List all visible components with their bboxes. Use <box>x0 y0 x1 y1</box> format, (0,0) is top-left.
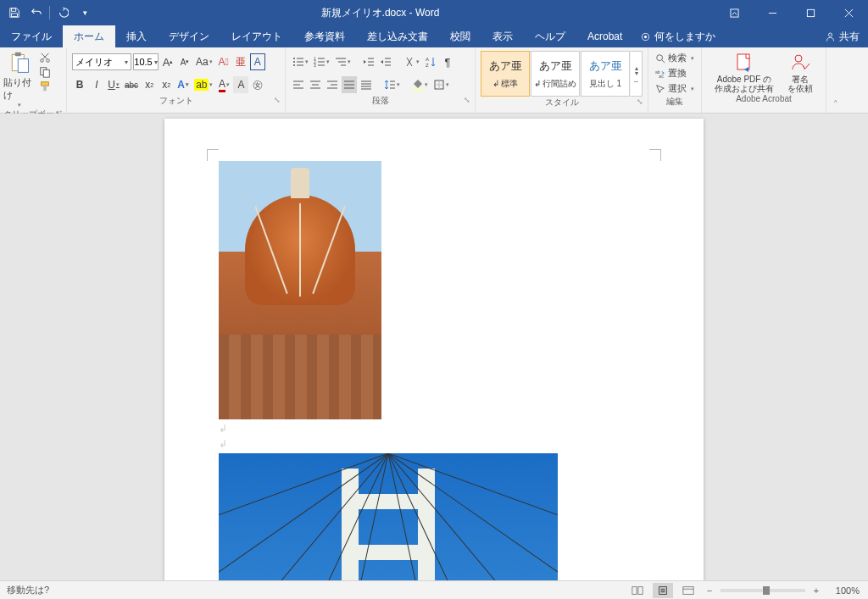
underline-button[interactable]: U <box>106 76 121 93</box>
tab-acrobat[interactable]: Acrobat <box>576 25 633 47</box>
inserted-image-1[interactable] <box>219 161 381 419</box>
tab-insert[interactable]: 挿入 <box>115 25 158 47</box>
tab-review[interactable]: 校閲 <box>439 25 481 47</box>
account-area[interactable] <box>665 0 715 25</box>
document-workspace[interactable]: ↲ ↲ <box>0 114 868 580</box>
tab-references[interactable]: 参考資料 <box>293 25 356 47</box>
font-name-combo[interactable]: メイリオ▾ <box>72 53 131 70</box>
font-launcher[interactable]: ⤡ <box>274 95 281 106</box>
share-label: 共有 <box>839 30 860 44</box>
align-left-button[interactable] <box>291 76 306 93</box>
svg-point-14 <box>47 59 50 63</box>
svg-point-65 <box>657 54 663 60</box>
qat-customize-button[interactable]: ▾ <box>74 0 96 25</box>
tab-view[interactable]: 表示 <box>481 25 524 47</box>
shading-button[interactable] <box>410 76 430 93</box>
align-right-button[interactable] <box>325 76 340 93</box>
style-normal[interactable]: あア亜 ↲ 標準 <box>481 51 530 97</box>
save-button[interactable] <box>3 0 25 25</box>
italic-button[interactable]: I <box>89 76 104 93</box>
zoom-out-button[interactable]: − <box>704 585 715 596</box>
paragraph-launcher[interactable]: ⤡ <box>464 95 470 106</box>
indent-increase-button[interactable] <box>378 53 393 70</box>
view-print-layout-button[interactable] <box>653 583 673 598</box>
margin-mark-tr <box>649 149 661 161</box>
align-distributed-button[interactable] <box>359 76 374 93</box>
char-border-button[interactable]: A <box>250 53 265 70</box>
text-effects-button[interactable]: A <box>175 76 191 93</box>
adobe-create-pdf-button[interactable]: Adobe PDF の 作成および共有 <box>710 53 778 93</box>
select-button[interactable]: 選択▾ <box>655 81 694 96</box>
share-button[interactable]: 共有 <box>825 30 860 44</box>
align-justify-button[interactable] <box>342 76 357 93</box>
style-nospacing[interactable]: あア亜 ↲ 行間詰め <box>531 51 580 97</box>
styles-launcher[interactable]: ⤡ <box>637 97 643 108</box>
find-button[interactable]: 検索▾ <box>655 51 694 65</box>
line-spacing-button[interactable] <box>382 76 402 93</box>
clear-format-button[interactable]: A⃠ <box>216 53 231 70</box>
shrink-font-button[interactable]: A▾ <box>177 53 192 70</box>
strike-button[interactable]: abc <box>123 76 140 93</box>
subscript-button[interactable]: x2 <box>142 76 157 93</box>
change-case-button[interactable]: Aa <box>194 53 214 70</box>
redo-button[interactable] <box>52 0 74 25</box>
svg-point-21 <box>293 61 295 63</box>
multilevel-button[interactable] <box>333 53 353 70</box>
undo-button[interactable] <box>25 0 47 25</box>
format-painter-button[interactable] <box>37 80 53 93</box>
adobe-group-label: Adobe Acrobat <box>736 94 792 103</box>
grow-font-button[interactable]: A▴ <box>160 53 175 70</box>
tell-me-search[interactable]: 何をしますか <box>633 25 722 47</box>
tab-mailings[interactable]: 差し込み文書 <box>356 25 439 47</box>
tab-design[interactable]: デザイン <box>158 25 220 47</box>
sort-button[interactable]: AZ <box>423 53 438 70</box>
maximize-button[interactable] <box>792 0 830 25</box>
tab-help[interactable]: ヘルプ <box>524 25 576 47</box>
replace-button[interactable]: abac置換 <box>655 66 694 80</box>
svg-point-19 <box>293 58 295 59</box>
style-heading1[interactable]: あア亜 見出し 1 <box>581 51 630 97</box>
zoom-in-button[interactable]: + <box>810 585 822 596</box>
tab-layout[interactable]: レイアウト <box>220 25 293 47</box>
numbering-button[interactable]: 123 <box>312 53 331 70</box>
char-shading-button[interactable]: A <box>233 76 248 93</box>
group-paragraph: 123 AZ ¶ 段 <box>286 47 476 113</box>
svg-text:ac: ac <box>659 74 664 79</box>
minimize-button[interactable] <box>754 0 792 25</box>
view-web-layout-button[interactable] <box>678 583 698 598</box>
indent-decrease-button[interactable] <box>361 53 376 70</box>
copy-button[interactable] <box>37 65 53 79</box>
font-size-combo[interactable]: 10.5▾ <box>133 53 159 70</box>
document-page[interactable]: ↲ ↲ <box>164 119 704 580</box>
font-color-button[interactable]: A <box>216 76 231 93</box>
zoom-value[interactable]: 100% <box>827 585 860 596</box>
inserted-image-2[interactable] <box>219 453 558 580</box>
adobe-sign-button[interactable]: 署名 を依頼 <box>783 53 817 93</box>
status-left-text[interactable]: 移動先は? <box>0 584 49 596</box>
bold-button[interactable]: B <box>72 76 87 93</box>
superscript-button[interactable]: x2 <box>159 76 174 93</box>
svg-line-66 <box>662 59 665 62</box>
ribbon-display-options-button[interactable] <box>715 0 754 25</box>
group-clipboard: 貼り付け ▾ クリップボード⤡ <box>0 47 67 113</box>
view-read-mode-button[interactable] <box>627 583 648 598</box>
margin-mark-tl <box>207 149 219 161</box>
tab-file[interactable]: ファイル <box>0 25 63 47</box>
enclose-char-button[interactable]: ㊛ <box>250 76 265 93</box>
paste-button[interactable]: 貼り付け ▾ <box>3 49 36 108</box>
phonetic-guide-button[interactable]: 亜 <box>233 53 248 70</box>
align-center-button[interactable] <box>308 76 323 93</box>
bullets-button[interactable] <box>291 53 310 70</box>
styles-gallery-more[interactable]: ▴▾⎯ <box>631 51 643 97</box>
svg-point-9 <box>828 33 832 36</box>
tab-home[interactable]: ホーム <box>63 25 115 47</box>
borders-button[interactable] <box>431 76 451 93</box>
zoom-slider[interactable] <box>721 589 805 592</box>
highlight-button[interactable]: ab <box>192 76 214 93</box>
close-button[interactable] <box>830 0 868 25</box>
cut-button[interactable] <box>37 51 53 64</box>
collapse-ribbon-button[interactable]: ˄ <box>826 47 845 113</box>
svg-rect-61 <box>413 89 423 91</box>
asian-layout-button[interactable] <box>402 53 421 70</box>
show-marks-button[interactable]: ¶ <box>440 53 455 70</box>
